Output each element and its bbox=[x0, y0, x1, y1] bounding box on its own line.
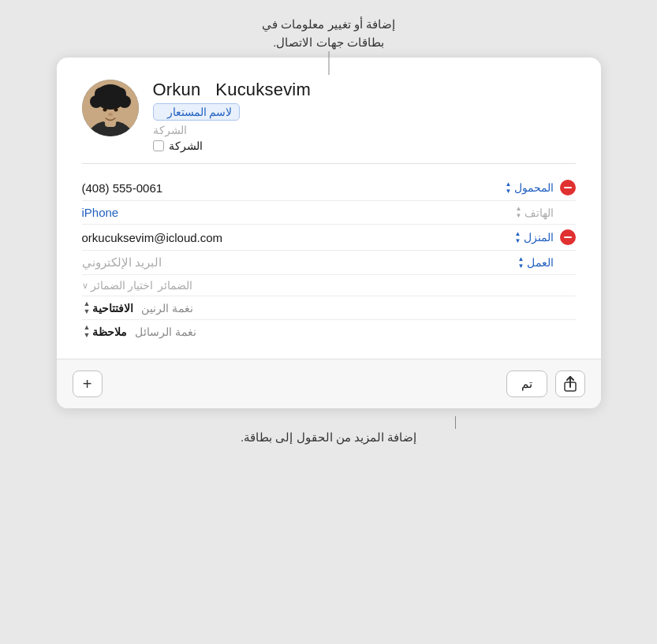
email-home-row: المنزل ▲ ▼ orkucuksevim@icloud.com bbox=[82, 225, 576, 251]
ringtone-value[interactable]: الافتتاحية ▲ ▼ bbox=[82, 300, 134, 315]
add-field-button[interactable]: + bbox=[73, 370, 103, 397]
name-fields: Orkun Kucuksevim لاسم المستعار الشركة ال… bbox=[153, 80, 576, 152]
last-name: Kucuksevim bbox=[215, 80, 311, 99]
phone-iphone-row: الهاتف ▲ ▼ iPhone bbox=[82, 201, 576, 225]
phone-label-mobile-text: المحمول bbox=[514, 181, 554, 194]
svg-point-11 bbox=[114, 108, 118, 112]
message-tone-value-text: ملاحظة bbox=[92, 326, 127, 338]
message-tone-label: نغمة الرسائل bbox=[135, 326, 196, 338]
header-row: Orkun Kucuksevim لاسم المستعار الشركة ال… bbox=[82, 80, 576, 152]
message-tone-value[interactable]: ملاحظة ▲ ▼ bbox=[82, 324, 128, 339]
nickname-field[interactable]: لاسم المستعار bbox=[153, 103, 240, 121]
ringtone-label: نغمة الرنين bbox=[141, 302, 193, 315]
company-label: الشركة bbox=[169, 140, 203, 152]
toolbar: تم + bbox=[57, 359, 601, 408]
done-button[interactable]: تم bbox=[506, 370, 547, 397]
avatar-image bbox=[82, 80, 139, 136]
phone-mobile-row: المحمول ▲ ▼ (408) 555-0061 bbox=[82, 175, 576, 201]
card-body: Orkun Kucuksevim لاسم المستعار الشركة ال… bbox=[57, 58, 601, 359]
svg-point-12 bbox=[108, 113, 113, 116]
email-label-work-text: العمل bbox=[527, 256, 554, 269]
contact-name: Orkun Kucuksevim bbox=[153, 80, 311, 100]
top-annotation-line1: إضافة أو تغيير معلومات في bbox=[262, 16, 395, 34]
company-placeholder[interactable]: الشركة bbox=[153, 124, 187, 136]
email-stepper-home[interactable]: ▲ ▼ bbox=[515, 231, 521, 244]
ringtone-row: نغمة الرنين الافتتاحية ▲ ▼ bbox=[82, 296, 576, 320]
avatar[interactable] bbox=[82, 80, 139, 136]
phone-value-2: iPhone bbox=[82, 206, 508, 219]
share-button[interactable] bbox=[555, 370, 585, 397]
phone-stepper-mobile[interactable]: ▲ ▼ bbox=[506, 181, 512, 195]
toolbar-left: تم bbox=[506, 370, 585, 397]
ringtone-stepper[interactable]: ▲ ▼ bbox=[84, 300, 91, 315]
svg-point-9 bbox=[103, 84, 118, 99]
bottom-annotation: إضافة المزيد من الحقول إلى بطاقة. bbox=[241, 416, 416, 460]
top-annotation-line2: بطاقات جهات الاتصال. bbox=[262, 34, 395, 52]
top-annotation: إضافة أو تغيير معلومات في بطاقات جهات ال… bbox=[262, 16, 395, 51]
phone-stepper-iphone[interactable]: ▲ ▼ bbox=[516, 206, 522, 219]
phone-value-1[interactable]: (408) 555-0061 bbox=[82, 181, 498, 195]
ringtone-value-text: الافتتاحية bbox=[92, 302, 133, 315]
svg-point-10 bbox=[103, 108, 106, 112]
company-checkbox[interactable] bbox=[153, 140, 164, 151]
annotation-line-top bbox=[328, 51, 329, 75]
bottom-annotation-text: إضافة المزيد من الحقول إلى بطاقة. bbox=[241, 430, 416, 444]
email-value-2: البريد الإلكتروني bbox=[82, 255, 510, 270]
message-tone-row: نغمة الرسائل ملاحظة ▲ ▼ bbox=[82, 320, 576, 343]
contact-card: Orkun Kucuksevim لاسم المستعار الشركة ال… bbox=[57, 58, 601, 408]
pronouns-row: الضمائر اختيار الضمائر ∨ bbox=[82, 275, 576, 296]
annotation-line-bottom bbox=[455, 416, 456, 429]
divider-1 bbox=[82, 163, 576, 164]
pronouns-chevron: ∨ bbox=[82, 281, 88, 291]
company-row: الشركة bbox=[153, 140, 203, 152]
phone-label-iphone[interactable]: الهاتف ▲ ▼ bbox=[514, 206, 554, 219]
pronouns-label: الضمائر bbox=[158, 279, 192, 292]
message-tone-stepper[interactable]: ▲ ▼ bbox=[84, 324, 91, 339]
email-label-work[interactable]: العمل ▲ ▼ bbox=[517, 256, 554, 270]
phone-label-mobile[interactable]: المحمول ▲ ▼ bbox=[504, 181, 554, 195]
first-name: Orkun bbox=[153, 80, 201, 99]
email-value-1[interactable]: orkucuksevim@icloud.com bbox=[82, 231, 507, 244]
email-work-row: العمل ▲ ▼ البريد الإلكتروني bbox=[82, 251, 576, 275]
pronouns-select-text: اختيار الضمائر bbox=[91, 279, 154, 292]
pronouns-select[interactable]: اختيار الضمائر ∨ bbox=[82, 279, 154, 292]
phone-label-iphone-text: الهاتف bbox=[524, 207, 554, 219]
share-icon bbox=[564, 376, 577, 392]
fields-section: المحمول ▲ ▼ (408) 555-0061 الهاتف ▲ bbox=[82, 175, 576, 343]
email-label-home-text: المنزل bbox=[524, 231, 554, 244]
remove-phone-button[interactable] bbox=[560, 180, 576, 195]
email-stepper-work[interactable]: ▲ ▼ bbox=[518, 256, 524, 270]
remove-email-button[interactable] bbox=[560, 229, 576, 245]
email-label-home[interactable]: المنزل ▲ ▼ bbox=[513, 231, 554, 244]
